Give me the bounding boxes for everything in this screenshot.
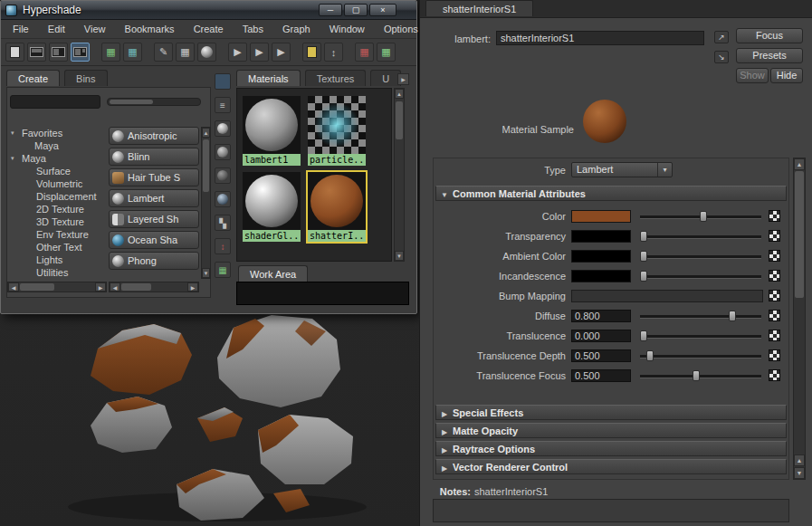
menu-view[interactable]: View [76,20,114,38]
presets-button[interactable]: Presets [736,48,803,63]
translucence-slider[interactable] [640,329,761,343]
node-name-field[interactable]: shatterInteriorS1 [496,31,704,45]
slider-thumb[interactable] [646,350,654,361]
scroll-up-icon[interactable]: ▲ [395,89,404,99]
sphere-shaded-icon[interactable] [215,120,231,137]
scroll-left-icon[interactable]: ◀ [8,282,19,292]
tree-expand-icon[interactable]: ▾ [11,152,20,165]
texture-map-button[interactable] [769,349,780,361]
tab-materials[interactable]: Materials [236,70,301,86]
graph-output-connections-icon[interactable]: ▶ [272,43,291,62]
node-button-ocean-shader[interactable]: Ocean Sha [109,231,199,249]
attribute-editor-scrollbar[interactable]: ▲ ▲ ▼ [793,158,806,480]
tree-item-env-texture[interactable]: Env Texture [9,228,105,241]
slider-thumb[interactable] [693,370,700,381]
clapperboard-icon[interactable] [215,73,231,90]
node-button-blinn[interactable]: Blinn [109,148,199,166]
texture-map-button[interactable] [769,250,780,262]
slider-thumb[interactable] [640,251,647,262]
tree-expand-icon[interactable]: ▾ [11,127,20,139]
menu-window[interactable]: Window [321,20,373,38]
swatch-area-scrollbar[interactable]: ▲ ▼ [394,88,405,262]
scroll-down-icon[interactable]: ▼ [794,467,805,479]
create-search-input[interactable] [10,95,100,109]
show-hide-panel-icon[interactable]: ↘ [714,51,729,63]
menu-graph[interactable]: Graph [274,20,319,38]
section-vector-renderer-control[interactable]: ▶Vector Renderer Control [435,459,787,474]
section-common-material-attributes[interactable]: ▼Common Material Attributes [435,186,787,201]
swatch-shaderglow[interactable]: shaderGl... [243,172,301,242]
swatch-grid-teal-icon[interactable]: ▦ [123,43,142,62]
scroll-thumb[interactable] [795,171,804,298]
node-button-lambert[interactable]: Lambert [109,189,199,207]
swatch-grid-green-icon[interactable]: ▦ [101,43,120,62]
section-special-effects[interactable]: ▶Special Effects [435,405,787,420]
slider-thumb[interactable] [640,231,647,242]
minimize-button[interactable]: ─ [319,4,342,16]
tree-item-maya-favorite[interactable]: Maya [9,139,105,152]
swatch-lambert1[interactable]: lambert1 [243,96,301,166]
translucence-focus-value-field[interactable]: 0.500 [571,369,631,382]
layout-full-icon[interactable] [27,43,46,62]
bins-grid-icon[interactable]: ▦ [215,262,231,278]
texture-map-button[interactable] [769,369,780,381]
ambient-color-swatch[interactable] [571,250,631,263]
tree-item-utilities[interactable]: Utilities [9,266,105,279]
sphere-wireframe-icon[interactable] [215,191,231,207]
focus-button[interactable]: Focus [736,28,803,43]
tab-create[interactable]: Create [6,70,60,86]
node-list-scrollbar[interactable]: ▲ ▼ [201,127,211,279]
incandescence-swatch[interactable] [571,270,631,282]
maximize-button[interactable]: ▢ [344,4,368,16]
tab-bins[interactable]: Bins [64,70,107,86]
swatch-particle[interactable]: particle... [308,96,366,166]
render-swatch-sphere-icon[interactable] [197,43,216,62]
scroll-left-icon[interactable]: ◀ [110,282,120,292]
show-previous-graph-icon[interactable]: ▦ [377,43,396,62]
copy-tab-icon[interactable]: ↗ [714,31,729,43]
tree-item-3d-texture[interactable]: 3D Texture [9,215,105,228]
bump-mapping-field[interactable] [571,290,763,302]
menu-edit[interactable]: Edit [40,20,73,38]
incandescence-slider[interactable] [640,269,761,283]
scroll-up-icon[interactable]: ▲ [202,128,210,138]
color-swatch[interactable] [571,210,631,223]
node-button-layered-shader[interactable]: Layered Sh [109,210,199,228]
texture-map-button[interactable] [769,310,780,321]
tree-item-favorites[interactable]: ▾Favorites [9,127,105,139]
tree-item-volumetric[interactable]: Volumetric [9,177,105,190]
menu-tabs[interactable]: Tabs [234,20,272,38]
tab-shatterinteriors1[interactable]: shatterInteriorS1 [425,0,533,16]
tree-item-maya[interactable]: ▾Maya [9,152,105,165]
section-raytrace-options[interactable]: ▶Raytrace Options [435,441,787,456]
swatch-shatterinterior-selected[interactable]: shatterI... [308,172,366,242]
scroll-right-icon[interactable]: ▶ [95,282,106,292]
translucence-focus-slider[interactable] [640,368,761,383]
node-button-phong[interactable]: Phong [109,252,199,270]
slider-thumb[interactable] [640,330,647,341]
graph-input-connections-icon[interactable]: ▶ [228,43,247,62]
tab-work-area[interactable]: Work Area [238,265,308,282]
tree-item-other-textures[interactable]: Other Text [9,241,105,253]
menu-file[interactable]: File [5,20,37,38]
diffuse-slider[interactable] [640,309,761,323]
notes-field[interactable] [433,499,789,522]
texture-map-button[interactable] [769,290,780,301]
transparency-swatch[interactable] [571,230,631,243]
transparency-slider[interactable] [640,229,761,244]
close-button[interactable]: × [369,4,396,16]
texture-map-button[interactable] [769,270,780,282]
diffuse-value-field[interactable]: 0.800 [571,310,631,322]
scroll-up-icon[interactable]: ▲ [794,158,805,170]
sphere-dark-icon[interactable] [215,167,231,184]
menu-bookmarks[interactable]: Bookmarks [117,20,183,38]
translucence-depth-slider[interactable] [640,349,761,363]
scroll-down-icon[interactable]: ▼ [202,268,210,278]
layout-three-panes-icon[interactable] [71,43,90,62]
scroll-thumb[interactable] [20,283,54,291]
titlebar[interactable]: Hypershade ─ ▢ × [1,1,416,20]
node-button-hair-tube-shader[interactable]: Hair Tube S [109,168,199,186]
scroll-thumb[interactable] [396,101,403,139]
sort-order-icon[interactable]: ↕ [324,43,343,62]
new-tab-icon[interactable] [5,43,24,62]
